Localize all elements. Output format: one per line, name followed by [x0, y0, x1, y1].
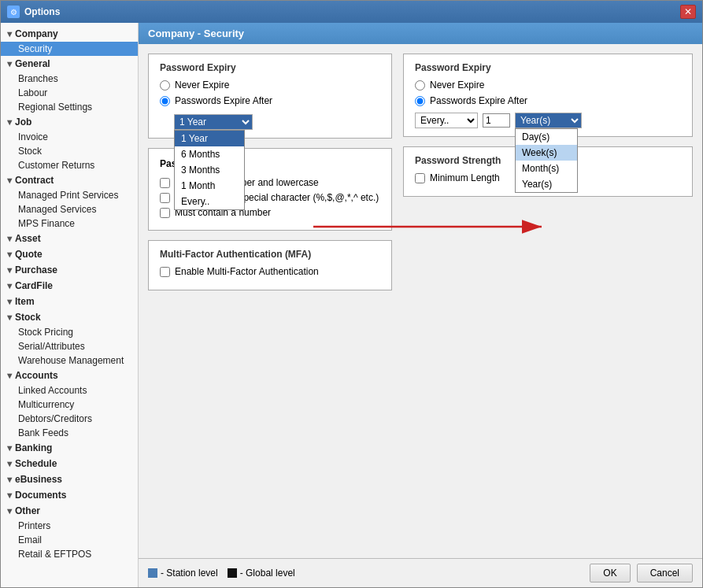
mfa-label: Enable Multi-Factor Authentication [175, 266, 319, 277]
sidebar-item-linked-accounts[interactable]: Linked Accounts [1, 383, 138, 398]
sidebar-group-quote[interactable]: Quote [1, 246, 138, 262]
global-legend-label: - Global level [240, 568, 295, 579]
unit-days[interactable]: Day(s) [516, 129, 577, 145]
sidebar-item-customer-returns[interactable]: Customer Returns [1, 158, 138, 172]
right-never-expire-row: Never Expire [415, 80, 681, 91]
passwords-expire-after-row: Passwords Expire After [160, 95, 380, 106]
never-expire-row: Never Expire [160, 80, 380, 91]
sidebar-group-company[interactable]: Company [1, 26, 138, 42]
sidebar-item-mps[interactable]: Managed Print Services [1, 188, 138, 202]
window-body: Company Security General Branches Labour… [1, 23, 702, 587]
never-expire-label: Never Expire [175, 80, 229, 91]
station-legend-item: - Station level [148, 568, 218, 579]
footer-buttons: OK Cancel [590, 564, 693, 582]
dropdown-option-every[interactable]: Every.. [175, 194, 244, 209]
password-expiry-section: Password Expiry Never Expire Passwords E… [148, 54, 392, 139]
ok-button[interactable]: OK [590, 564, 630, 582]
sidebar-group-banking[interactable]: Banking [1, 440, 138, 456]
sidebar-item-bank-feeds[interactable]: Bank Feeds [1, 426, 138, 440]
app-icon: ⚙ [7, 6, 20, 18]
content-header: Company - Security [139, 23, 702, 44]
unit-dropdown-wrapper: Year(s) Day(s) Week(s) Month(s) Year(s) [515, 113, 582, 128]
minimum-length-label: Minimum Length [430, 172, 500, 183]
dropdown-option-3months[interactable]: 3 Months [175, 162, 244, 178]
uppercase-checkbox[interactable] [160, 178, 170, 188]
right-column: Password Expiry Never Expire Passwords E… [403, 54, 693, 300]
sidebar-group-cardfile[interactable]: CardFile [1, 278, 138, 294]
left-column: Password Expiry Never Expire Passwords E… [148, 54, 392, 300]
footer: - Station level - Global level OK Cancel [139, 558, 702, 587]
passwords-expire-after-label: Passwords Expire After [175, 95, 272, 106]
sidebar-item-stock-pricing[interactable]: Stock Pricing [1, 325, 138, 339]
mfa-checkbox[interactable] [160, 267, 170, 277]
password-expiry-title: Password Expiry [160, 62, 380, 73]
dropdown-option-1month[interactable]: 1 Month [175, 178, 244, 194]
unit-months[interactable]: Month(s) [516, 161, 577, 176]
every-number-input[interactable] [483, 113, 510, 128]
sidebar-item-serial-attributes[interactable]: Serial/Attributes [1, 339, 138, 353]
station-legend-label: - Station level [161, 568, 218, 579]
sidebar-item-stock-job[interactable]: Stock [1, 144, 138, 158]
sidebar-item-mps-finance[interactable]: MPS Finance [1, 216, 138, 231]
cancel-button[interactable]: Cancel [637, 564, 693, 582]
window-title: Options [24, 6, 60, 17]
station-legend-icon [148, 568, 157, 578]
sidebar-group-general[interactable]: General [1, 56, 138, 72]
sidebar: Company Security General Branches Labour… [1, 23, 139, 587]
every-row: Every.. Year(s) [415, 113, 681, 128]
mfa-title: Multi-Factor Authentication (MFA) [160, 249, 380, 260]
special-char-checkbox[interactable] [160, 193, 170, 203]
global-legend-item: - Global level [228, 568, 295, 579]
sidebar-group-item[interactable]: Item [1, 294, 138, 309]
sidebar-group-schedule[interactable]: Schedule [1, 456, 138, 472]
sidebar-group-asset[interactable]: Asset [1, 231, 138, 246]
sidebar-group-ebusiness[interactable]: eBusiness [1, 472, 138, 487]
sidebar-item-multicurrency[interactable]: Multicurrency [1, 398, 138, 412]
sidebar-item-email[interactable]: Email [1, 533, 138, 547]
sidebar-item-managed-services[interactable]: Managed Services [1, 202, 138, 216]
sidebar-item-regional[interactable]: Regional Settings [1, 100, 138, 114]
expiry-dropdown[interactable]: 1 Year 6 Months 3 Months 1 Month Every.. [174, 114, 253, 130]
dropdown-option-1year[interactable]: 1 Year [175, 131, 244, 146]
mfa-checkbox-row: Enable Multi-Factor Authentication [160, 266, 380, 277]
minimum-length-checkbox[interactable] [415, 173, 425, 183]
sidebar-group-job[interactable]: Job [1, 114, 138, 130]
unit-weeks[interactable]: Week(s) [516, 145, 577, 161]
right-never-expire-label: Never Expire [430, 80, 484, 91]
sidebar-item-printers[interactable]: Printers [1, 519, 138, 533]
sidebar-group-stock[interactable]: Stock [1, 309, 138, 325]
footer-legend: - Station level - Global level [148, 568, 295, 579]
close-button[interactable]: ✕ [680, 5, 696, 19]
sidebar-group-purchase[interactable]: Purchase [1, 262, 138, 278]
passwords-expire-after-radio[interactable] [160, 96, 170, 106]
sidebar-group-contract[interactable]: Contract [1, 172, 138, 188]
unit-years[interactable]: Year(s) [516, 176, 577, 192]
unit-dropdown[interactable]: Year(s) [515, 113, 582, 128]
sidebar-group-other[interactable]: Other [1, 503, 138, 519]
sidebar-group-documents[interactable]: Documents [1, 487, 138, 503]
title-bar: ⚙ Options ✕ [1, 1, 702, 23]
options-window: ⚙ Options ✕ Company Security General Bra… [0, 0, 703, 588]
main-content: Company - Security Password Expiry Never… [139, 23, 702, 587]
sidebar-item-invoice[interactable]: Invoice [1, 130, 138, 144]
expiry-dropdown-open: 1 Year 6 Months 3 Months 1 Month Every.. [174, 130, 245, 210]
sidebar-item-debtors-creditors[interactable]: Debtors/Creditors [1, 412, 138, 426]
sidebar-item-security[interactable]: Security [1, 42, 138, 56]
unit-dropdown-open: Day(s) Week(s) Month(s) Year(s) [515, 128, 578, 193]
right-expire-after-radio[interactable] [415, 96, 425, 106]
right-password-expiry-title: Password Expiry [415, 62, 681, 73]
every-dropdown[interactable]: Every.. [415, 113, 478, 128]
sidebar-item-branches[interactable]: Branches [1, 72, 138, 86]
never-expire-radio[interactable] [160, 80, 170, 91]
sidebar-item-labour[interactable]: Labour [1, 86, 138, 100]
mfa-section: Multi-Factor Authentication (MFA) Enable… [148, 240, 392, 290]
expiry-dropdown-wrapper: 1 Year 6 Months 3 Months 1 Month Every..… [174, 114, 253, 130]
sidebar-group-accounts[interactable]: Accounts [1, 368, 138, 383]
dropdown-option-6months[interactable]: 6 Months [175, 146, 244, 162]
global-legend-icon [228, 568, 237, 578]
sidebar-item-warehouse[interactable]: Warehouse Management [1, 353, 138, 368]
number-checkbox[interactable] [160, 208, 170, 218]
sidebar-item-retail[interactable]: Retail & EFTPOS [1, 547, 138, 561]
content-body: Password Expiry Never Expire Passwords E… [139, 44, 702, 558]
right-never-expire-radio[interactable] [415, 80, 425, 91]
